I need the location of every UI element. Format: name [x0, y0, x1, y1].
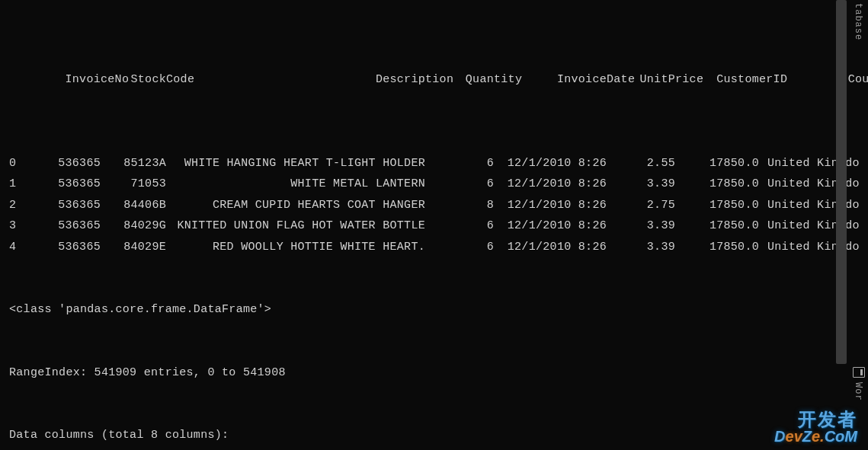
cell-customerid: 17850.0	[675, 153, 759, 174]
cell-quantity: 8	[425, 195, 494, 216]
console-output: InvoiceNoStockCodeDescriptionQuantityInv…	[0, 0, 868, 450]
panel-icon[interactable]	[853, 367, 865, 378]
col-country: Count	[787, 69, 868, 91]
row-index: 1	[9, 174, 35, 195]
cell-invoicedate: 12/1/2010 8:26	[494, 237, 607, 258]
row-index: 4	[9, 237, 35, 258]
cell-customerid: 17850.0	[675, 174, 759, 195]
col-invoiceno: InvoiceNo	[63, 69, 129, 91]
cell-customerid: 17850.0	[675, 215, 759, 237]
cell-description: WHITE HANGING HEART T-LIGHT HOLDER	[166, 153, 425, 174]
cell-unitprice: 2.55	[607, 153, 675, 174]
scrollbar-vertical[interactable]	[836, 0, 847, 364]
cell-customerid: 17850.0	[675, 237, 759, 258]
row-index: 0	[9, 153, 35, 174]
table-row: 353636584029GKNITTED UNION FLAG HOT WATE…	[9, 215, 859, 237]
logo-cn-text: 开发者	[774, 410, 857, 429]
col-customerid: CustomerID	[703, 69, 787, 91]
table-row: 453636584029ERED WOOLLY HOTTIE WHITE HEA…	[9, 237, 859, 258]
row-index: 2	[9, 195, 35, 216]
cell-quantity: 6	[425, 237, 494, 258]
side-tab-wor[interactable]: Wor	[853, 382, 863, 401]
col-quantity: Quantity	[453, 69, 522, 91]
col-unitprice: UnitPrice	[635, 69, 703, 91]
cell-stockcode: 84029G	[101, 215, 166, 237]
side-tab-database[interactable]: tabase	[853, 3, 863, 40]
cell-quantity: 6	[425, 153, 494, 174]
cell-stockcode: 84029E	[101, 237, 166, 258]
cell-quantity: 6	[425, 215, 494, 237]
cell-unitprice: 3.39	[607, 174, 675, 195]
cell-unitprice: 3.39	[607, 237, 675, 258]
dataframe-header-row: InvoiceNoStockCodeDescriptionQuantityInv…	[9, 48, 859, 111]
cell-description: WHITE METAL LANTERN	[166, 174, 425, 195]
cell-description: CREAM CUPID HEARTS COAT HANGER	[166, 195, 425, 216]
table-row: 253636584406BCREAM CUPID HEARTS COAT HAN…	[9, 195, 859, 216]
cell-invoicedate: 12/1/2010 8:26	[494, 174, 607, 195]
cell-unitprice: 2.75	[607, 195, 675, 216]
info-range: RangeIndex: 541909 entries, 0 to 541908	[9, 362, 859, 384]
cell-description: KNITTED UNION FLAG HOT WATER BOTTLE	[166, 215, 425, 237]
col-description: Description	[194, 69, 453, 91]
col-stockcode: StockCode	[129, 69, 194, 91]
info-class: <class 'pandas.core.frame.DataFrame'>	[9, 299, 859, 321]
cell-invoiceno: 536365	[35, 195, 101, 216]
cell-invoicedate: 12/1/2010 8:26	[494, 195, 607, 216]
cell-quantity: 6	[425, 174, 494, 195]
cell-invoicedate: 12/1/2010 8:26	[494, 153, 607, 174]
table-row: 053636585123AWHITE HANGING HEART T-LIGHT…	[9, 153, 859, 174]
cell-invoiceno: 536365	[35, 153, 101, 174]
cell-invoiceno: 536365	[35, 215, 101, 237]
col-invoicedate: InvoiceDate	[522, 69, 635, 91]
cell-invoiceno: 536365	[35, 174, 101, 195]
table-row: 153636571053WHITE METAL LANTERN612/1/201…	[9, 174, 859, 195]
cell-customerid: 17850.0	[675, 195, 759, 216]
info-datacols: Data columns (total 8 columns):	[9, 425, 859, 446]
cell-description: RED WOOLLY HOTTIE WHITE HEART.	[166, 237, 425, 258]
cell-unitprice: 3.39	[607, 215, 675, 237]
watermark-logo: 开发者 DevZe.CoM	[774, 410, 857, 444]
cell-stockcode: 71053	[101, 174, 166, 195]
logo-en-text: DevZe.CoM	[774, 429, 857, 444]
row-index: 3	[9, 215, 35, 237]
cell-stockcode: 84406B	[101, 195, 166, 216]
cell-stockcode: 85123A	[101, 153, 166, 174]
cell-invoicedate: 12/1/2010 8:26	[494, 215, 607, 237]
cell-invoiceno: 536365	[35, 237, 101, 258]
